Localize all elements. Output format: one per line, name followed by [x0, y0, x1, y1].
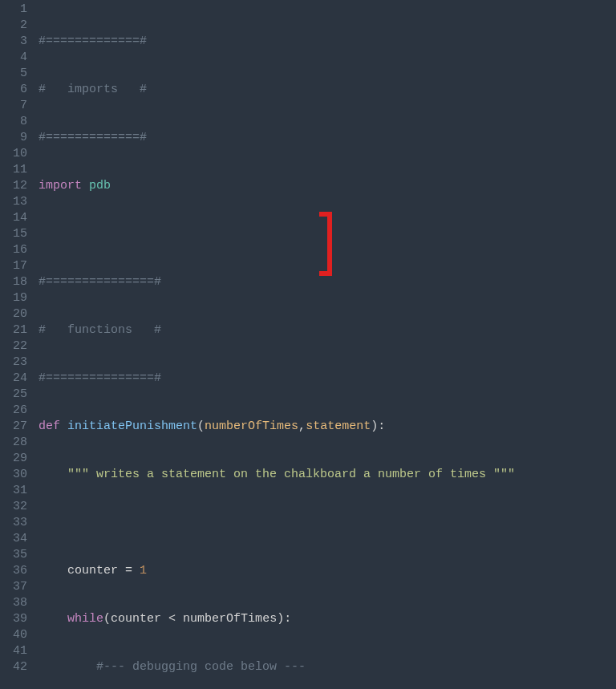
- code-line: #===============#: [38, 274, 616, 290]
- line-number: 16: [0, 242, 27, 258]
- comment-text: #=============#: [38, 34, 147, 48]
- function-name: initiatePunishment: [67, 419, 197, 433]
- comment-text: #===============#: [38, 371, 161, 385]
- keyword-while: while: [67, 612, 103, 626]
- line-number: 39: [0, 611, 27, 627]
- variable: counter: [111, 612, 161, 626]
- comment-text: #: [118, 83, 147, 96]
- line-number: 22: [0, 338, 27, 355]
- code-line: # functions #: [38, 322, 616, 338]
- line-number: 9: [0, 130, 27, 146]
- variable: counter: [67, 564, 118, 578]
- line-number: 15: [0, 226, 27, 242]
- line-number: 26: [0, 403, 27, 419]
- param: statement: [306, 419, 371, 433]
- line-number: 13: [0, 194, 27, 210]
- code-editor[interactable]: 1234567891011121314151617181920212223242…: [0, 0, 616, 689]
- line-number: 7: [0, 98, 27, 114]
- code-line: while(counter < numberOfTimes):: [38, 611, 616, 627]
- operator: =: [125, 564, 132, 578]
- line-number: 8: [0, 114, 27, 130]
- line-number: 21: [0, 322, 27, 338]
- variable: numberOfTimes: [183, 612, 277, 626]
- comment-text: functions: [67, 323, 132, 337]
- code-line: counter = 1: [38, 563, 616, 579]
- line-number: 42: [0, 659, 27, 675]
- code-line: #=============#: [38, 34, 616, 50]
- line-number: 28: [0, 435, 27, 451]
- line-number: 10: [0, 146, 27, 162]
- line-number: 34: [0, 531, 27, 547]
- comment-text: #===============#: [38, 275, 161, 289]
- code-line: #===============#: [38, 371, 616, 387]
- line-number: 27: [0, 419, 27, 435]
- line-number: 36: [0, 563, 27, 579]
- code-area[interactable]: #=============# # imports # #===========…: [38, 2, 616, 689]
- line-number: 29: [0, 451, 27, 467]
- param: numberOfTimes: [205, 419, 298, 433]
- code-line: """ writes a statement on the chalkboard…: [38, 467, 616, 483]
- line-number: 1: [0, 2, 27, 18]
- line-number: 17: [0, 258, 27, 274]
- code-line: # imports #: [38, 82, 616, 98]
- line-number: 25: [0, 387, 27, 403]
- code-line: def initiatePunishment(numberOfTimes,sta…: [38, 419, 616, 435]
- line-number: 41: [0, 643, 27, 659]
- line-number: 18: [0, 274, 27, 290]
- line-number: 19: [0, 290, 27, 306]
- line-number: 38: [0, 595, 27, 611]
- number-literal: 1: [140, 564, 147, 578]
- line-number-gutter: 1234567891011121314151617181920212223242…: [0, 2, 38, 689]
- code-line: [38, 226, 616, 242]
- code-line: #--- debugging code below ---: [38, 659, 616, 675]
- docstring: """ writes a statement on the chalkboard…: [67, 468, 515, 481]
- code-line: import pdb: [38, 178, 616, 194]
- line-number: 12: [0, 178, 27, 194]
- line-number: 6: [0, 82, 27, 98]
- keyword-def: def: [38, 419, 60, 433]
- comment-text: imports: [67, 83, 118, 96]
- comment-text: #: [38, 83, 67, 96]
- line-number: 35: [0, 547, 27, 563]
- line-number: 2: [0, 18, 27, 34]
- line-number: 32: [0, 499, 27, 515]
- line-number: 5: [0, 66, 27, 82]
- line-number: 31: [0, 483, 27, 499]
- line-number: 40: [0, 627, 27, 643]
- keyword: import: [38, 179, 82, 193]
- line-number: 24: [0, 371, 27, 387]
- module-name: pdb: [89, 179, 111, 193]
- line-number: 37: [0, 579, 27, 595]
- comment-text: #--- debugging code below ---: [96, 660, 306, 674]
- line-number: 23: [0, 355, 27, 371]
- comment-text: #=============#: [38, 131, 147, 144]
- line-number: 14: [0, 210, 27, 226]
- line-number: 20: [0, 306, 27, 322]
- code-line: [38, 515, 616, 531]
- line-number: 30: [0, 467, 27, 483]
- operator: <: [168, 612, 176, 626]
- line-number: 11: [0, 162, 27, 178]
- comment-text: #: [38, 323, 67, 337]
- comment-text: #: [132, 323, 161, 337]
- line-number: 4: [0, 50, 27, 66]
- line-number: 3: [0, 34, 27, 50]
- line-number: 33: [0, 515, 27, 531]
- code-line: #=============#: [38, 130, 616, 146]
